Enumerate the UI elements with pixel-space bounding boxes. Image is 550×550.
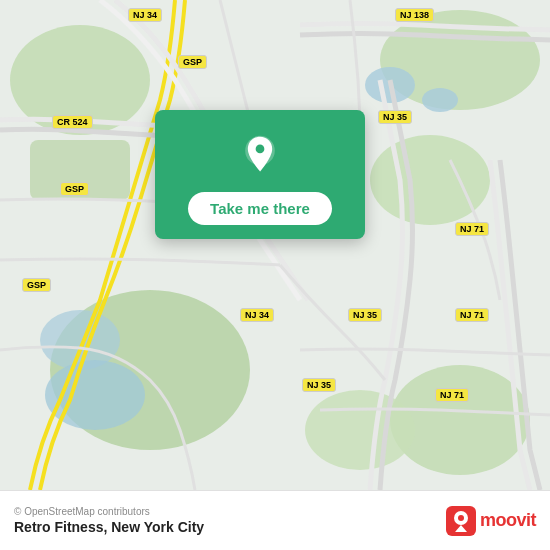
moovit-brand-text: moovit <box>480 510 536 531</box>
svg-point-14 <box>256 145 265 154</box>
bottom-left-info: © OpenStreetMap contributors Retro Fitne… <box>14 506 204 535</box>
road-label-nj71-bot: NJ 71 <box>435 388 469 402</box>
map-container: NJ 34 NJ 138 CR 524 NJ 35 GSP GSP GSP NJ… <box>0 0 550 490</box>
svg-point-3 <box>370 135 490 225</box>
svg-point-10 <box>40 310 120 370</box>
road-label-nj34-top: NJ 34 <box>128 8 162 22</box>
road-label-nj71-top: NJ 71 <box>455 222 489 236</box>
road-label-cr524: CR 524 <box>52 115 93 129</box>
moovit-logo: moovit <box>446 506 536 536</box>
road-label-nj71-mid: NJ 71 <box>455 308 489 322</box>
directions-card: Take me there <box>155 110 365 239</box>
bottom-bar: © OpenStreetMap contributors Retro Fitne… <box>0 490 550 550</box>
road-label-nj35-mid: NJ 35 <box>378 110 412 124</box>
attribution-text: © OpenStreetMap contributors <box>14 506 204 517</box>
road-label-nj34-bot: NJ 34 <box>240 308 274 322</box>
svg-point-6 <box>305 390 415 470</box>
road-label-nj138: NJ 138 <box>395 8 434 22</box>
location-icon-wrapper <box>233 128 287 182</box>
road-label-gsp-bot: GSP <box>22 278 51 292</box>
location-name: Retro Fitness, New York City <box>14 519 204 535</box>
location-pin-icon <box>240 135 280 175</box>
road-label-nj35-right: NJ 35 <box>348 308 382 322</box>
svg-point-9 <box>422 88 458 112</box>
take-me-there-button[interactable]: Take me there <box>188 192 332 225</box>
map-background <box>0 0 550 490</box>
road-label-nj35-bot: NJ 35 <box>302 378 336 392</box>
moovit-brand-icon <box>446 506 476 536</box>
road-label-gsp-mid: GSP <box>60 182 89 196</box>
road-label-gsp-top: GSP <box>178 55 207 69</box>
svg-point-17 <box>458 515 464 521</box>
